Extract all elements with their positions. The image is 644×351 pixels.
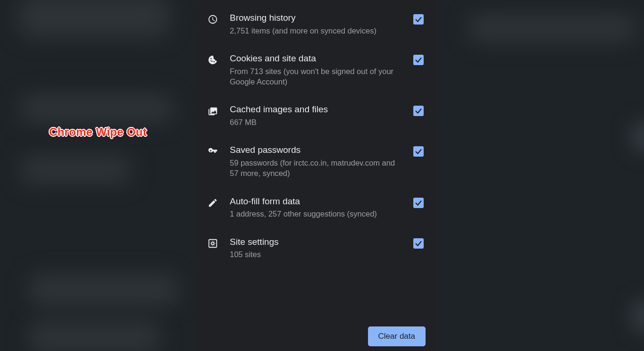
bg-blur (19, 0, 170, 38)
row-cookies[interactable]: Cookies and site data From 713 sites (yo… (204, 44, 427, 95)
svg-point-2 (213, 61, 215, 62)
row-text: Site settings 105 sites (230, 236, 401, 260)
bg-blur (19, 156, 132, 184)
row-text: Saved passwords 59 passwords (for irctc.… (230, 144, 401, 178)
clear-data-panel: Browsing history 2,751 items (and more o… (195, 0, 437, 351)
clear-data-list: Browsing history 2,751 items (and more o… (204, 0, 427, 324)
svg-point-0 (210, 58, 212, 59)
row-passwords[interactable]: Saved passwords 59 passwords (for irctc.… (204, 136, 427, 187)
row-text: Cached images and files 667 MB (230, 104, 401, 127)
row-subtitle: 1 address, 257 other suggestions (synced… (230, 209, 401, 219)
row-text: Browsing history 2,751 items (and more o… (230, 12, 401, 36)
clock-icon (206, 12, 219, 25)
row-title: Browsing history (230, 12, 401, 24)
row-text: Cookies and site data From 713 sites (yo… (230, 53, 401, 87)
checkbox-cookies[interactable] (413, 55, 424, 65)
bg-blur (28, 274, 179, 307)
bg-blur (632, 302, 644, 330)
svg-point-1 (211, 60, 213, 62)
bg-blur (632, 123, 644, 151)
bg-blur (467, 14, 637, 42)
row-title: Saved passwords (230, 144, 401, 156)
row-title: Site settings (230, 236, 401, 248)
pencil-icon (206, 196, 219, 208)
svg-point-3 (210, 60, 211, 61)
row-cached[interactable]: Cached images and files 667 MB (204, 95, 427, 136)
row-subtitle: 667 MB (230, 117, 401, 127)
cookie-icon (206, 53, 219, 65)
bg-blur (19, 94, 175, 123)
row-title: Auto-fill form data (230, 196, 401, 207)
row-subtitle: 105 sites (230, 249, 401, 259)
site-settings-icon (206, 236, 219, 249)
row-site-settings[interactable]: Site settings 105 sites (204, 228, 427, 268)
row-subtitle: 59 passwords (for irctc.co.in, matrudev.… (230, 158, 401, 179)
row-subtitle: 2,751 items (and more on synced devices) (230, 25, 401, 36)
bg-blur (28, 321, 160, 351)
row-title: Cached images and files (230, 104, 401, 115)
row-title: Cookies and site data (230, 53, 401, 64)
checkbox-site-settings[interactable] (413, 238, 424, 249)
checkbox-browsing-history[interactable] (413, 14, 424, 25)
key-icon (206, 144, 219, 157)
row-browsing-history[interactable]: Browsing history 2,751 items (and more o… (204, 4, 427, 44)
image-icon (206, 104, 219, 116)
checkbox-autofill[interactable] (413, 198, 424, 208)
row-text: Auto-fill form data 1 address, 257 other… (230, 196, 401, 219)
row-autofill[interactable]: Auto-fill form data 1 address, 257 other… (204, 187, 427, 228)
clear-data-button[interactable]: Clear data (368, 326, 426, 346)
checkbox-cached[interactable] (413, 106, 424, 116)
svg-point-5 (211, 242, 214, 245)
checkbox-passwords[interactable] (413, 146, 424, 157)
overlay-caption: Chrome Wipe Out (49, 125, 147, 139)
panel-footer: Clear data (204, 324, 427, 351)
row-subtitle: From 713 sites (you won't be signed out … (230, 66, 401, 87)
svg-rect-4 (209, 239, 217, 247)
